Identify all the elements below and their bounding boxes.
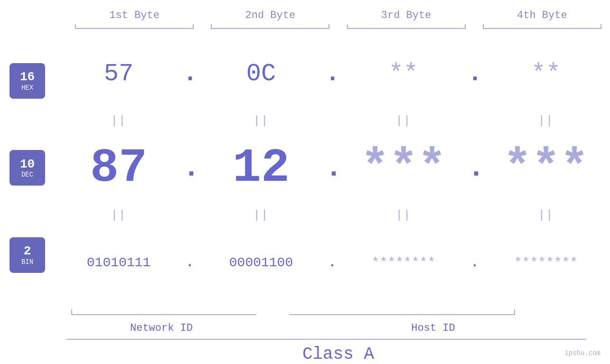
hex-b2-cell: 0C: [197, 60, 325, 88]
dec-b2-value: 12: [233, 141, 290, 195]
eq2-b3: ||: [339, 209, 468, 222]
byte1-header: 1st Byte: [70, 9, 198, 21]
hex-dot3: .: [468, 60, 482, 88]
dec-b1-cell: 87: [55, 141, 183, 195]
hex-b3-value: **: [389, 60, 418, 88]
class-line: [66, 339, 586, 340]
dec-b1-value: 87: [90, 141, 147, 195]
host-id-label: Host ID: [256, 322, 610, 334]
dec-dot3: .: [468, 152, 482, 184]
hex-row: 57 . 0C . ** . **: [55, 33, 610, 114]
eq1-b3: ||: [339, 114, 468, 127]
hex-b2-value: 0C: [246, 60, 276, 88]
bin-dot1: .: [183, 255, 197, 270]
eq1-b4: ||: [482, 114, 610, 127]
hex-b4-cell: **: [482, 60, 610, 88]
bin-b3-value: ********: [372, 255, 435, 270]
bin-b4-value: ********: [514, 255, 578, 270]
main-container: 1st Byte 2nd Byte 3rd Byte 4th Byte 16 H…: [0, 0, 610, 364]
dec-badge-number: 10: [20, 158, 35, 171]
network-id-label: Network ID: [66, 322, 256, 334]
bracket-1: [70, 23, 198, 33]
hex-badge-number: 16: [20, 70, 35, 84]
equals-row-1: || || || ||: [55, 114, 610, 127]
bin-b3-cell: ********: [339, 255, 468, 270]
badges-column: 16 HEX 10 DEC 2 BIN: [0, 33, 55, 303]
bin-badge-number: 2: [24, 244, 31, 258]
class-row: Class A: [66, 345, 610, 364]
bracket-3: [342, 23, 470, 33]
equals-row-2: || || || ||: [55, 209, 610, 222]
content-area: 16 HEX 10 DEC 2 BIN 57 . 0C: [0, 33, 610, 303]
bin-badge: 2 BIN: [9, 237, 45, 273]
bin-dot3: .: [468, 255, 482, 270]
bin-badge-label: BIN: [21, 258, 33, 266]
eq2-b4: ||: [482, 209, 610, 222]
hex-badge-label: HEX: [21, 84, 33, 92]
header-row: 1st Byte 2nd Byte 3rd Byte 4th Byte: [0, 9, 610, 21]
dec-dot1: .: [183, 152, 197, 184]
bin-b2-cell: 00001100: [197, 255, 325, 270]
hex-badge: 16 HEX: [9, 63, 45, 99]
bracket-2: [206, 23, 334, 33]
labels-row: Network ID Host ID: [66, 320, 610, 336]
eq2-b1: ||: [55, 209, 183, 222]
hex-b4-value: **: [531, 60, 561, 88]
hex-b1-value: 57: [104, 60, 133, 88]
dec-row: 87 . 12 . *** . ***: [55, 127, 610, 209]
hex-b1-cell: 57: [55, 60, 183, 88]
bin-dot2: .: [325, 255, 339, 270]
bin-b4-cell: ********: [482, 255, 610, 270]
class-text: Class A: [302, 345, 374, 364]
eq1-b2: ||: [197, 114, 325, 127]
dec-b3-cell: ***: [339, 141, 468, 195]
eq1-b1: ||: [55, 114, 183, 127]
host-bracket-right: [514, 309, 515, 315]
bin-b1-value: 01010111: [87, 255, 150, 270]
hex-dot1: .: [183, 60, 197, 88]
dec-dot2: .: [325, 152, 339, 184]
dec-b4-value: ***: [503, 141, 589, 195]
bin-row: 01010111 . 00001100 . ******** . *******…: [55, 222, 610, 303]
bin-b1-cell: 01010111: [55, 255, 183, 270]
dec-b4-cell: ***: [482, 141, 610, 195]
dec-b2-cell: 12: [197, 141, 325, 195]
eq2-b2: ||: [197, 209, 325, 222]
bracket-4: [478, 23, 606, 33]
bin-b2-value: 00001100: [229, 255, 293, 270]
host-bracket: [290, 306, 520, 315]
bottom-section: [0, 306, 610, 320]
byte4-header: 4th Byte: [478, 9, 606, 21]
dec-b3-value: ***: [361, 141, 446, 195]
bottom-brackets: [66, 306, 544, 320]
hex-b3-cell: **: [339, 60, 468, 88]
network-bracket: [66, 306, 256, 315]
byte2-header: 2nd Byte: [206, 9, 334, 21]
byte3-header: 3rd Byte: [342, 9, 470, 21]
hex-dot2: .: [325, 60, 339, 88]
bracket-row: [0, 23, 610, 33]
class-section: Class A: [0, 339, 610, 364]
dec-badge: 10 DEC: [9, 150, 45, 186]
watermark: ipshu.com: [564, 349, 601, 357]
dec-badge-label: DEC: [21, 171, 33, 178]
values-area: 57 . 0C . ** . ** || ||: [55, 33, 610, 303]
